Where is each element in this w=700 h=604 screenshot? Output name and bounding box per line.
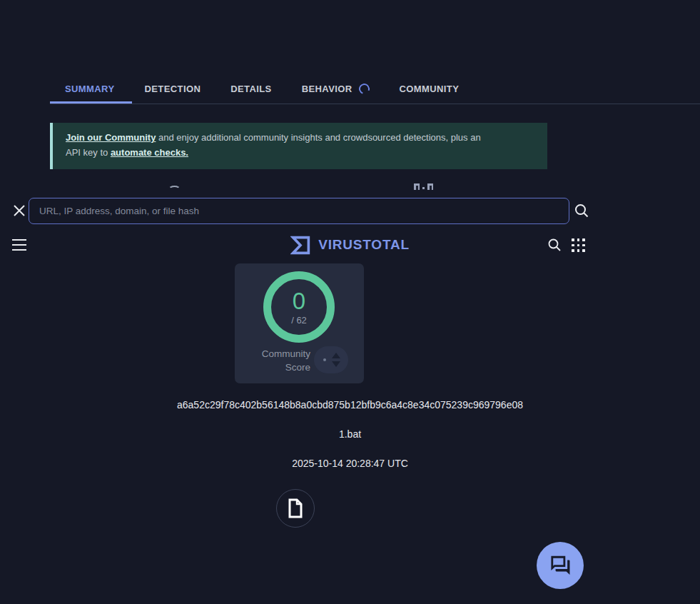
tab-details-label: DETAILS (230, 84, 271, 94)
banner-text-2: API key to (66, 147, 111, 158)
report-tabbar: SUMMARY DETECTION DETAILS BEHAVIOR COMMU… (50, 74, 474, 103)
vote-dot-icon (323, 358, 326, 361)
community-chat-fab[interactable] (537, 542, 584, 589)
loading-spinner-icon (357, 81, 371, 96)
vote-down-icon[interactable] (332, 361, 340, 367)
community-score-label: Community Score (248, 347, 310, 374)
tab-summary[interactable]: SUMMARY (50, 74, 129, 103)
vote-up-icon[interactable] (332, 353, 340, 358)
tab-detection-label: DETECTION (144, 84, 201, 94)
search-input[interactable] (29, 198, 569, 224)
detections-count: 0 (293, 289, 305, 313)
brand-wordmark: VIRUSTOTAL (318, 237, 410, 253)
tabbar-divider (50, 104, 700, 104)
apps-grid-icon[interactable] (572, 238, 585, 252)
automate-checks-link[interactable]: automate checks. (111, 147, 188, 158)
file-hash: a6a52c29f78c402b56148b8a0cbd875b12bfb9c6… (0, 399, 700, 411)
community-vote-widget[interactable] (314, 346, 348, 373)
clipped-graphic-fragment-arc (168, 186, 181, 193)
file-type-badge (276, 489, 315, 528)
file-document-icon (287, 498, 304, 518)
chat-forum-icon (549, 554, 572, 577)
tab-summary-label: SUMMARY (65, 84, 114, 94)
tab-behavior-label: BEHAVIOR (302, 84, 352, 94)
tab-community-label: COMMUNITY (400, 84, 460, 94)
join-community-link[interactable]: Join our Community (66, 132, 156, 143)
detections-total: / 62 (291, 315, 307, 326)
file-name: 1.bat (0, 428, 700, 440)
tab-behavior[interactable]: BEHAVIOR (287, 74, 385, 103)
header-search-icon[interactable] (547, 238, 562, 252)
tab-details[interactable]: DETAILS (215, 74, 286, 103)
search-submit-icon[interactable] (574, 203, 589, 218)
tab-detection[interactable]: DETECTION (129, 74, 215, 103)
analysis-date: 2025-10-14 20:28:47 UTC (0, 458, 700, 469)
virustotal-page: SUMMARY DETECTION DETAILS BEHAVIOR COMMU… (0, 0, 700, 604)
banner-text-1: and enjoy additional community insights … (156, 132, 480, 143)
tab-community[interactable]: COMMUNITY (385, 74, 475, 103)
detection-score-ring: 0 / 62 (263, 271, 335, 343)
virustotal-logo-icon (290, 235, 311, 256)
clipped-graphic-fragment-blocks (414, 183, 434, 191)
detection-score-card: 0 / 62 Community Score (235, 263, 364, 383)
close-icon[interactable] (12, 203, 26, 218)
join-community-banner: Join our Community and enjoy additional … (50, 123, 547, 169)
virustotal-brand[interactable]: VIRUSTOTAL (0, 233, 700, 256)
